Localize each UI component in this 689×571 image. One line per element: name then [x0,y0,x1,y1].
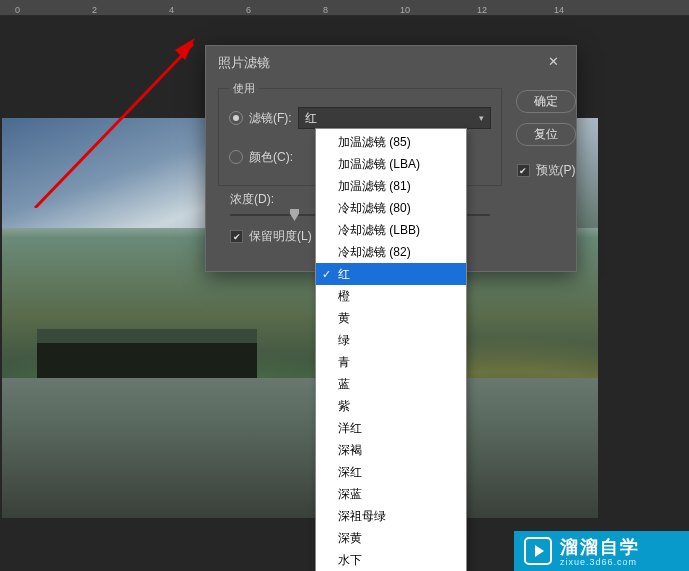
filter-dropdown-value: 红 [305,110,317,127]
dropdown-item[interactable]: 冷却滤镜 (LBB) [316,219,466,241]
play-icon [524,537,552,565]
dropdown-item[interactable]: 紫 [316,395,466,417]
dropdown-item[interactable]: 加温滤镜 (81) [316,175,466,197]
filter-dropdown[interactable]: 红 ▾ [298,107,491,129]
color-radio[interactable] [229,150,243,164]
dropdown-item[interactable]: 加温滤镜 (LBA) [316,153,466,175]
reset-button[interactable]: 复位 [516,123,576,146]
dropdown-item[interactable]: 洋红 [316,417,466,439]
preview-label: 预览(P) [536,162,576,179]
ruler-horizontal: 02468101214 [0,0,689,16]
watermark-brand: 溜溜自学 [560,535,640,559]
density-label: 浓度(D): [230,191,274,208]
dropdown-item[interactable]: 深褐 [316,439,466,461]
dropdown-item[interactable]: 深红 [316,461,466,483]
preserve-luminosity-checkbox[interactable]: ✔ [230,230,243,243]
dropdown-item[interactable]: 深黄 [316,527,466,549]
dropdown-item[interactable]: 冷却滤镜 (82) [316,241,466,263]
filter-dropdown-list[interactable]: 加温滤镜 (85)加温滤镜 (LBA)加温滤镜 (81)冷却滤镜 (80)冷却滤… [315,128,467,571]
fieldset-label: 使用 [229,81,259,96]
dropdown-item[interactable]: 蓝 [316,373,466,395]
dropdown-item[interactable]: 黄 [316,307,466,329]
dropdown-item[interactable]: 加温滤镜 (85) [316,131,466,153]
dropdown-item[interactable]: 冷却滤镜 (80) [316,197,466,219]
chevron-down-icon: ▾ [479,113,484,123]
dropdown-item[interactable]: 橙 [316,285,466,307]
dialog-title: 照片滤镜 [218,54,270,72]
filter-radio[interactable] [229,111,243,125]
dropdown-item[interactable]: 水下 [316,549,466,571]
close-icon[interactable]: ✕ [548,54,564,70]
preview-checkbox[interactable]: ✔ [517,164,530,177]
dropdown-item[interactable]: 绿 [316,329,466,351]
preserve-luminosity-label: 保留明度(L) [249,228,312,245]
watermark: 溜溜自学 zixue.3d66.com [514,531,689,571]
color-radio-label: 颜色(C): [249,149,293,166]
filter-radio-label: 滤镜(F): [249,110,292,127]
dropdown-item[interactable]: 深蓝 [316,483,466,505]
dropdown-item[interactable]: ✓红 [316,263,466,285]
ok-button[interactable]: 确定 [516,90,576,113]
watermark-sub: zixue.3d66.com [560,557,640,567]
dropdown-item[interactable]: 青 [316,351,466,373]
slider-knob[interactable] [290,209,299,221]
svg-marker-1 [175,38,195,60]
dropdown-item[interactable]: 深祖母绿 [316,505,466,527]
